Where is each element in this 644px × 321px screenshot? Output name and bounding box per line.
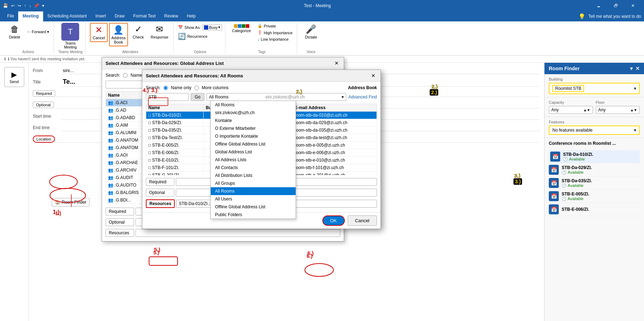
required-btn-fg[interactable]: Required — [146, 178, 174, 186]
close-button[interactable]: ✕ — [625, 0, 641, 11]
tab-draw[interactable]: Draw — [110, 11, 129, 21]
optional-btn-fg[interactable]: Optional — [146, 189, 174, 197]
show-as-dropdown[interactable]: Busy ▾ — [202, 24, 222, 30]
room-finder-button[interactable]: 🏠 Room Finder — [52, 198, 90, 207]
tab-file[interactable]: File — [3, 11, 18, 21]
tab-help[interactable]: Help — [183, 11, 200, 21]
tab-meeting[interactable]: Meeting — [18, 11, 43, 21]
forward-button[interactable]: → Forward ▾ — [25, 29, 51, 35]
room-status-2: 🕐 Available — [562, 170, 592, 175]
response-button[interactable]: ✉ Response — [149, 23, 171, 41]
private-button[interactable]: 🔒 Private — [256, 23, 294, 29]
go-button-fg[interactable]: Go — [191, 93, 204, 101]
capacity-spinner[interactable]: ▲▼ — [583, 108, 591, 112]
features-label: Features — [549, 120, 640, 124]
tab-format-text[interactable]: Format Text — [129, 11, 160, 21]
name-only-radio-fg[interactable] — [163, 86, 168, 90]
annotation-5: 5.) — [153, 250, 159, 255]
undo-icon[interactable]: ↩ — [11, 3, 15, 8]
name-only-radio-bg[interactable] — [123, 73, 128, 78]
up-icon[interactable]: ↑ — [24, 3, 26, 8]
cat-color-4 — [246, 24, 249, 28]
ab-item-all-rooms-selected[interactable]: All Rooms — [211, 187, 296, 195]
location-button[interactable]: Location — [33, 136, 55, 143]
pin-icon[interactable]: 📌 — [34, 3, 39, 8]
ab-item-email[interactable]: sini.zivkovic@uzh.ch — [211, 109, 296, 117]
rf-close-button[interactable]: ✕ — [635, 66, 640, 71]
search-field-fg[interactable] — [146, 93, 189, 101]
tell-me-input[interactable]: Tell me what you want to do — [588, 11, 641, 21]
recurrence-icon[interactable]: 🔄 — [178, 32, 186, 40]
ab-item-externe[interactable]: O Externe Mitarbeiter — [211, 124, 296, 132]
redo-icon[interactable]: ↪ — [17, 3, 21, 8]
check-button[interactable]: ✓ Check — [129, 23, 147, 41]
resources-input-bg[interactable] — [136, 229, 340, 237]
building-label: Building — [549, 77, 640, 81]
ab-item-importierte[interactable]: O Importierte Kontakte — [211, 132, 296, 140]
dialog-fg-title-bar: Select Attendees and Resources: All Room… — [142, 70, 380, 82]
low-importance-button[interactable]: ↓ Low Importance — [256, 36, 294, 42]
dropdown-chevron: ▾ — [218, 25, 220, 30]
required-button[interactable]: Required — [33, 90, 55, 97]
high-importance-button[interactable]: ❗ High Importance — [256, 30, 294, 36]
features-dropdown[interactable]: No features available ▾ — [549, 126, 640, 135]
floor-input[interactable]: Any ▲▼ — [596, 106, 640, 114]
annotation-3-rf: 3.) — [513, 178, 522, 185]
cancel-button[interactable]: ✕ Cancel — [90, 23, 108, 42]
ab-item-global[interactable]: Global Address List — [211, 148, 296, 156]
cancel-dialog-button[interactable]: Cancel — [348, 215, 377, 226]
more-columns-radio-fg[interactable] — [194, 86, 199, 90]
dialog-bg-close[interactable]: ✕ — [333, 60, 340, 67]
teams-button[interactable]: T — [61, 23, 79, 41]
address-book-button[interactable]: 👤 Address Book — [109, 23, 128, 46]
tab-scheduling[interactable]: Scheduling Assistant — [43, 11, 91, 21]
ab-item-all-address[interactable]: All Address Lists — [211, 156, 296, 164]
building-dropdown[interactable]: Roomlist STB ▾ — [549, 83, 640, 94]
ab-item-all-dist[interactable]: All Distribution Lists — [211, 172, 296, 179]
optional-btn-bg[interactable]: Optional — [106, 218, 134, 226]
list-item: 📅 STB-Da-010/ZI. 🕐 Available — [549, 150, 640, 163]
capacity-input[interactable]: Any ▲▼ — [549, 106, 593, 114]
col-name-fg: Name — [146, 104, 204, 112]
ab-item-offline-global-2[interactable]: Offline Global Address List — [211, 203, 296, 211]
minimize-button[interactable]: 🗕 — [591, 0, 607, 11]
ab-item-all-groups[interactable]: All Groups — [211, 179, 296, 187]
dictate-button[interactable]: 🎤 Dictate — [302, 23, 320, 49]
lightbulb-icon: 💡 — [578, 11, 586, 21]
resources-btn-bg[interactable]: Resources — [106, 229, 134, 237]
ribbon-group-actions: 🗑 Delete → Forward ▾ Actions — [3, 23, 54, 54]
ab-item-public-folders[interactable]: Public Folders — [211, 211, 296, 219]
restore-button[interactable]: 🗗 — [608, 0, 624, 11]
trash-icon: 🗑 — [10, 24, 19, 34]
end-time-label: End time — [33, 125, 61, 130]
optional-button[interactable]: Optional — [33, 102, 54, 108]
building-value: Roomlist STB — [552, 85, 584, 92]
ok-button[interactable]: OK — [322, 215, 345, 226]
delete-button[interactable]: 🗑 Delete — [6, 23, 24, 41]
clear-filters-button[interactable]: Clear filters — [605, 66, 627, 71]
dialog-fg-close[interactable]: ✕ — [370, 72, 377, 79]
ab-item-all-rooms-1[interactable]: All Rooms — [211, 101, 296, 109]
room-finder-icon: 🏠 — [55, 200, 60, 205]
floor-spinner[interactable]: ▲▼ — [630, 108, 637, 112]
advanced-find-fg[interactable]: Advanced Find — [348, 95, 377, 100]
list-item: 📅 STB-Da-035/ZI. 🕐 Available — [549, 177, 640, 190]
room-name-4: STB-E-005/ZI. — [562, 192, 589, 197]
rf-dropdown-chevron[interactable]: ▾ — [630, 66, 633, 71]
tab-insert[interactable]: Insert — [91, 11, 110, 21]
resources-btn-fg[interactable]: Resources — [146, 199, 175, 208]
room-name-3: STB-Da-035/ZI. — [562, 178, 592, 183]
ab-item-kontakte[interactable]: Kontakte — [211, 117, 296, 124]
address-book-dropdown-fg[interactable]: All Rooms sini.zivkovic@uzh.ch ▾ — [206, 93, 346, 101]
ab-item-all-contacts[interactable]: All Contacts — [211, 164, 296, 172]
tab-review[interactable]: Review — [160, 11, 183, 21]
ab-item-all-users[interactable]: All Users — [211, 195, 296, 203]
annotation-2-rf: 2.) — [430, 89, 438, 96]
required-btn-bg[interactable]: Required — [106, 208, 134, 215]
save-icon[interactable]: 💾 — [3, 3, 8, 8]
address-book-icon: 👤 — [113, 25, 124, 35]
categorize-button[interactable]: Categorize — [230, 23, 253, 49]
send-button[interactable]: ▶ Send — [4, 67, 24, 87]
down-icon[interactable]: ↓ — [29, 3, 31, 8]
ab-item-offline-global[interactable]: Offline Global Address List — [211, 140, 296, 148]
